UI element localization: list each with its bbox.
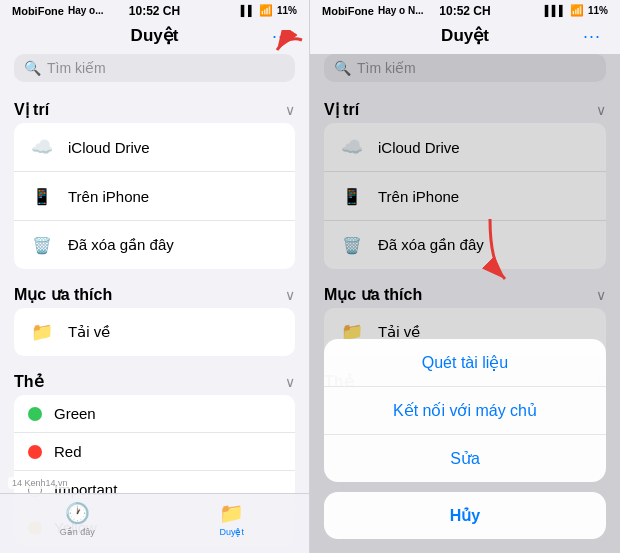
cancel-button[interactable]: Hủy (324, 492, 606, 539)
iphone-label-left: Trên iPhone (68, 188, 149, 205)
icloud-drive-icon-left: ☁️ (28, 133, 56, 161)
nav-header-right: Duyệt ··· (310, 19, 620, 54)
menu-button-left[interactable]: ··· (267, 23, 295, 51)
favorites-section-left: Mục ưa thích ∨ 📁 Tải về (0, 277, 309, 364)
tags-section-header-left: Thẻ ∨ (0, 364, 309, 395)
carrier-left: MobiFone (12, 5, 64, 17)
status-bar-right: MobiFone Hay o N... 10:52 CH ▌▌▌ 📶 11% (310, 0, 620, 19)
right-content: 🔍 Tìm kiếm Vị trí ∨ ☁️ iCloud Drive 📱 Tr… (310, 54, 620, 553)
recent-label-left: Gần đây (60, 527, 95, 537)
tags-title-left: Thẻ (14, 372, 44, 391)
signal-text-right: Hay o N... (378, 5, 424, 16)
action-sheet: Quét tài liệu Kết nối với máy chủ Sửa Hủ… (310, 339, 620, 553)
action-sheet-cancel-group: Hủy (324, 492, 606, 539)
tab-bar-left: 🕐 Gần đây 📁 Duyệt (0, 493, 309, 553)
connect-server-button[interactable]: Kết nối với máy chủ (324, 387, 606, 435)
edit-button[interactable]: Sửa (324, 435, 606, 482)
tag-red-left[interactable]: Red (14, 433, 295, 471)
location-chevron-left[interactable]: ∨ (285, 102, 295, 118)
download-label-left: Tải về (68, 323, 110, 341)
page-title-right: Duyệt (441, 25, 489, 46)
favorites-title-left: Mục ưa thích (14, 285, 112, 304)
location-section-left: Vị trí ∨ ☁️ iCloud Drive 📱 Trên iPhone 🗑… (0, 92, 309, 277)
wifi-icon-left: 📶 (259, 4, 273, 17)
wifi-icon-right: 📶 (570, 4, 584, 17)
tab-recent-left[interactable]: 🕐 Gần đây (0, 501, 155, 537)
battery-right: 11% (588, 5, 608, 16)
page-title-left: Duyệt (131, 25, 179, 46)
time-left: 10:52 CH (129, 4, 180, 18)
recent-icon-left: 🕐 (65, 501, 90, 525)
signal-text-left: Hay o... (68, 5, 104, 16)
tags-chevron-left[interactable]: ∨ (285, 374, 295, 390)
location-title-left: Vị trí (14, 100, 49, 119)
trash-item-left[interactable]: 🗑️ Đã xóa gần đây (14, 221, 295, 269)
icloud-item-left[interactable]: ☁️ iCloud Drive (14, 123, 295, 172)
trash-label-left: Đã xóa gần đây (68, 236, 174, 254)
action-sheet-overlay: Quét tài liệu Kết nối với máy chủ Sửa Hủ… (310, 54, 620, 553)
carrier-right: MobiFone (322, 5, 374, 17)
browse-icon-left: 📁 (219, 501, 244, 525)
tag-green-left[interactable]: Green (14, 395, 295, 433)
watermark-left: 14 Kenh14.vn (8, 477, 72, 489)
scan-document-button[interactable]: Quét tài liệu (324, 339, 606, 387)
status-bar-left: MobiFone Hay o... 10:52 CH ▌▌ 📶 11% (0, 0, 309, 19)
tab-browse-left[interactable]: 📁 Duyệt (155, 501, 310, 537)
green-label-left: Green (54, 405, 96, 422)
time-right: 10:52 CH (439, 4, 490, 18)
right-panel: MobiFone Hay o N... 10:52 CH ▌▌▌ 📶 11% D… (310, 0, 620, 553)
trash-icon-left: 🗑️ (28, 231, 56, 259)
favorites-chevron-left[interactable]: ∨ (285, 287, 295, 303)
search-placeholder-left: Tìm kiếm (47, 60, 106, 76)
signal-icon-left: ▌▌ (241, 5, 255, 16)
location-list-left: ☁️ iCloud Drive 📱 Trên iPhone 🗑️ Đã xóa … (14, 123, 295, 269)
iphone-icon-left: 📱 (28, 182, 56, 210)
favorites-section-header-left: Mục ưa thích ∨ (0, 277, 309, 308)
red-arrow-indicator-right (480, 214, 540, 298)
folder-icon-left: 📁 (28, 318, 56, 346)
menu-button-right[interactable]: ··· (578, 23, 606, 51)
search-bar-left[interactable]: 🔍 Tìm kiếm (14, 54, 295, 82)
favorites-list-left: 📁 Tải về (14, 308, 295, 356)
location-section-header-left: Vị trí ∨ (0, 92, 309, 123)
nav-header-left: Duyệt ··· (0, 19, 309, 54)
download-item-left[interactable]: 📁 Tải về (14, 308, 295, 356)
signal-icon-right: ▌▌▌ (545, 5, 566, 16)
browse-label-left: Duyệt (219, 527, 244, 537)
green-dot-left (28, 407, 42, 421)
battery-left: 11% (277, 5, 297, 16)
red-label-left: Red (54, 443, 82, 460)
icloud-label-left: iCloud Drive (68, 139, 150, 156)
action-sheet-options: Quét tài liệu Kết nối với máy chủ Sửa (324, 339, 606, 482)
search-icon-left: 🔍 (24, 60, 41, 76)
iphone-item-left[interactable]: 📱 Trên iPhone (14, 172, 295, 221)
red-dot-left (28, 445, 42, 459)
left-panel: MobiFone Hay o... 10:52 CH ▌▌ 📶 11% Duyệ… (0, 0, 310, 553)
